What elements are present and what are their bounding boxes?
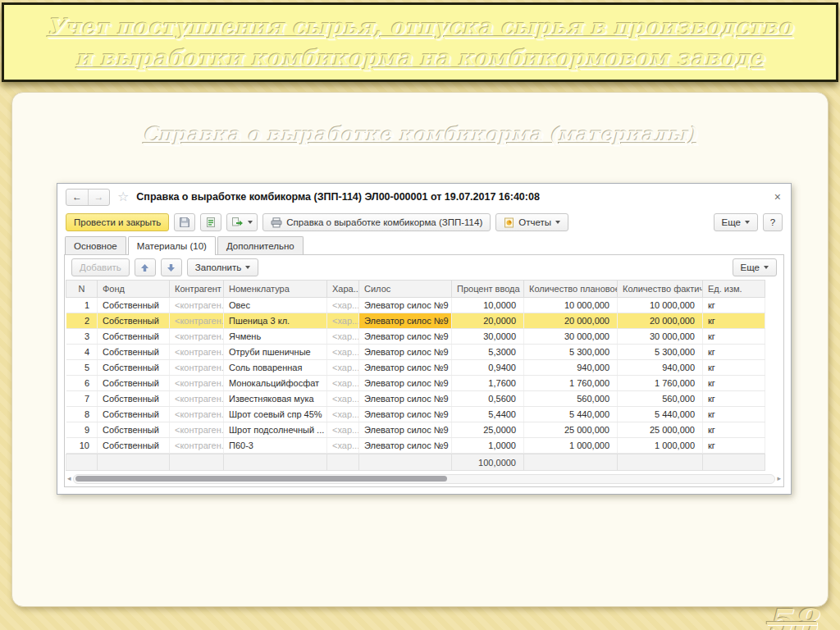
column-header-characteristic[interactable]: Хара... [327, 281, 359, 298]
column-header-actual[interactable]: Количество фактич... [618, 281, 703, 298]
cell-percent[interactable]: 1,0000 [452, 438, 524, 454]
cell-fund[interactable]: Собственный [98, 407, 170, 422]
cell-contractor[interactable]: <контраген... [170, 345, 224, 360]
cell-percent[interactable]: 0,9400 [452, 360, 524, 376]
table-row[interactable]: 9 Собственный <контраген... Шрот подсолн… [66, 422, 765, 438]
cell-nomenclature[interactable]: Монокальцийфосфат [224, 376, 327, 391]
cell-planned[interactable]: 1 760,000 [524, 376, 618, 391]
table-row[interactable]: 10 Собственный <контраген... П60-3 <хар.… [66, 438, 765, 454]
cell-n[interactable]: 2 [66, 313, 98, 329]
cell-percent[interactable]: 30,0000 [452, 329, 524, 345]
scrollbar-track[interactable] [73, 474, 776, 484]
forward-button[interactable]: → [88, 189, 109, 205]
cell-n[interactable]: 10 [66, 438, 98, 454]
post-document-button[interactable] [200, 213, 221, 231]
column-header-percent[interactable]: Процент ввода [452, 281, 524, 298]
cell-nomenclature[interactable]: Отруби пшеничные [224, 345, 327, 360]
create-based-on-button[interactable] [226, 213, 258, 231]
cell-planned[interactable]: 5 440,000 [524, 407, 618, 422]
help-button[interactable]: ? [763, 213, 783, 231]
cell-n[interactable]: 5 [66, 360, 98, 376]
cell-planned[interactable]: 30 000,000 [524, 329, 618, 345]
cell-contractor[interactable]: <контраген... [170, 422, 224, 438]
cell-contractor[interactable]: <контраген... [170, 360, 224, 376]
cell-n[interactable]: 6 [66, 376, 98, 391]
post-and-close-button[interactable]: Провести и закрыть [66, 213, 169, 231]
cell-n[interactable]: 1 [66, 298, 98, 313]
cell-nomenclature[interactable]: Овес [224, 298, 327, 313]
table-row[interactable]: 3 Собственный <контраген... Ячмень <хар.… [66, 329, 765, 345]
cell-characteristic[interactable]: <хар... [327, 422, 359, 438]
cell-fund[interactable]: Собственный [98, 329, 170, 345]
cell-silo[interactable]: Элеватор силос №9 [359, 329, 452, 345]
column-header-silo[interactable]: Силос [359, 281, 452, 298]
cell-characteristic[interactable]: <хар... [327, 345, 359, 360]
cell-unit[interactable]: кг [703, 407, 765, 422]
cell-unit[interactable]: кг [703, 345, 765, 360]
column-header-fund[interactable]: Фонд [98, 281, 170, 298]
tab-materialy[interactable]: Материалы (10) [128, 236, 216, 255]
column-header-nomenclature[interactable]: Номенклатура [224, 281, 327, 298]
cell-n[interactable]: 8 [66, 407, 98, 422]
cell-actual[interactable]: 10 000,000 [618, 298, 703, 313]
print-form-button[interactable]: Справка о выработке комбикорма (ЗПП-114) [262, 213, 491, 231]
horizontal-scrollbar[interactable]: ◂ ▸ [67, 472, 781, 485]
cell-percent[interactable]: 5,4400 [452, 407, 524, 422]
cell-silo[interactable]: Элеватор силос №9 [359, 360, 452, 376]
cell-unit[interactable]: кг [703, 391, 765, 407]
move-up-button[interactable] [135, 258, 156, 276]
cell-characteristic[interactable]: <хар... [327, 438, 359, 454]
cell-characteristic[interactable]: <хар... [327, 313, 359, 329]
column-header-n[interactable]: N [66, 281, 98, 298]
cell-silo[interactable]: Элеватор силос №9 [359, 438, 452, 454]
table-row[interactable]: 5 Собственный <контраген... Соль поварен… [66, 360, 765, 376]
table-row[interactable]: 8 Собственный <контраген... Шрот соевый … [66, 407, 765, 422]
move-down-button[interactable] [161, 258, 182, 276]
scroll-left-icon[interactable]: ◂ [67, 475, 71, 482]
tab-osnovnoe[interactable]: Основное [65, 236, 126, 254]
cell-fund[interactable]: Собственный [98, 298, 170, 313]
cell-actual[interactable]: 560,000 [618, 391, 703, 407]
cell-actual[interactable]: 1 760,000 [618, 376, 703, 391]
table-row[interactable]: 2 Собственный <контраген... Пшеница 3 кл… [66, 313, 765, 329]
cell-n[interactable]: 7 [66, 391, 98, 407]
table-more-button[interactable]: Еще [733, 258, 777, 276]
reports-button[interactable]: Отчеты [495, 213, 568, 231]
cell-actual[interactable]: 940,000 [618, 360, 703, 376]
cell-characteristic[interactable]: <хар... [327, 376, 359, 391]
cell-fund[interactable]: Собственный [98, 422, 170, 438]
cell-fund[interactable]: Собственный [98, 391, 170, 407]
cell-fund[interactable]: Собственный [98, 360, 170, 376]
cell-unit[interactable]: кг [703, 438, 765, 454]
cell-actual[interactable]: 25 000,000 [618, 422, 703, 438]
cell-percent[interactable]: 10,0000 [452, 298, 524, 313]
cell-n[interactable]: 9 [66, 422, 98, 438]
cell-contractor[interactable]: <контраген... [170, 376, 224, 391]
column-header-planned[interactable]: Количество плановое [524, 281, 618, 298]
table-row[interactable]: 4 Собственный <контраген... Отруби пшени… [66, 345, 765, 360]
cell-fund[interactable]: Собственный [98, 313, 170, 329]
cell-characteristic[interactable]: <хар... [327, 298, 359, 313]
cell-silo[interactable]: Элеватор силос №9 [359, 298, 452, 313]
scrollbar-thumb[interactable] [75, 476, 447, 482]
cell-characteristic[interactable]: <хар... [327, 360, 359, 376]
cell-nomenclature[interactable]: П60-3 [224, 438, 327, 454]
cell-silo[interactable]: Элеватор силос №9 [359, 391, 452, 407]
table-row[interactable]: 7 Собственный <контраген... Известнякова… [66, 391, 765, 407]
more-button[interactable]: Еще [714, 213, 758, 231]
cell-planned[interactable]: 10 000,000 [524, 298, 618, 313]
cell-contractor[interactable]: <контраген... [170, 391, 224, 407]
cell-nomenclature[interactable]: Пшеница 3 кл. [224, 313, 327, 329]
cell-nomenclature[interactable]: Шрот подсолнечный ... [224, 422, 327, 438]
favorite-star-icon[interactable]: ☆ [117, 190, 129, 203]
cell-n[interactable]: 3 [66, 329, 98, 345]
cell-actual[interactable]: 5 300,000 [618, 345, 703, 360]
cell-contractor[interactable]: <контраген... [170, 298, 224, 313]
cell-contractor[interactable]: <контраген... [170, 407, 224, 422]
cell-nomenclature[interactable]: Известняковая мука [224, 391, 327, 407]
cell-silo[interactable]: Элеватор силос №9 [359, 313, 452, 329]
add-row-button[interactable]: Добавить [71, 258, 130, 276]
cell-percent[interactable]: 20,0000 [452, 313, 524, 329]
cell-unit[interactable]: кг [703, 313, 765, 329]
cell-unit[interactable]: кг [703, 329, 765, 345]
